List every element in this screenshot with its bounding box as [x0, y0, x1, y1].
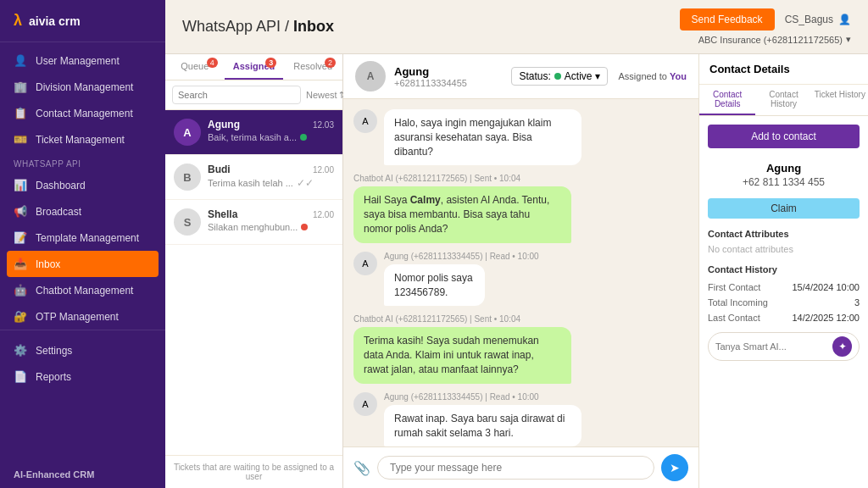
assigned-label: Assigned to	[618, 71, 666, 81]
chat-header-right: Status: Active ▾ Assigned to You	[511, 67, 687, 86]
otp-icon: 🔐	[14, 310, 27, 323]
sidebar-item-contact-management[interactable]: 📋 Contact Management	[0, 100, 165, 126]
sidebar-item-inbox[interactable]: 📥 Inbox	[7, 251, 159, 277]
tanya-input-field[interactable]	[715, 341, 832, 352]
queue-badge: 4	[207, 58, 218, 68]
message-bubble: Rawat inap. Saya baru saja dirawat di ru…	[384, 405, 581, 446]
send-message-button[interactable]: ➤	[661, 454, 688, 481]
conv-time: 12.00	[313, 165, 334, 175]
chat-input-area: 📎 ➤	[343, 446, 698, 488]
tab-contact-details[interactable]: Contact Details	[699, 85, 755, 115]
message-row: A Agung (+6281113334455) | Read • 10:00 …	[353, 392, 688, 446]
company-selector[interactable]: ABC Insurance (+6281121172565) ▾	[698, 34, 851, 45]
sidebar-item-reports[interactable]: 📄 Reports	[0, 363, 165, 390]
tab-queue[interactable]: Queue 4	[165, 54, 225, 80]
sidebar-label: Template Management	[36, 232, 139, 244]
history-value: 14/2/2025 12:00	[792, 313, 860, 323]
sidebar-logo: λ aivia crm	[0, 0, 165, 42]
history-row: Total Incoming 3	[708, 295, 860, 310]
message-input[interactable]	[377, 456, 654, 480]
sidebar-item-user-management[interactable]: 👤 User Management	[0, 47, 165, 74]
status-badge[interactable]: Status: Active ▾	[511, 67, 608, 86]
sidebar-label: Broadcast	[36, 206, 81, 218]
history-value: 3	[854, 297, 860, 308]
settings-icon: ⚙️	[14, 344, 27, 357]
add-contact-button[interactable]: Add to contact	[708, 125, 860, 148]
conv-preview: Silakan menghubun...	[208, 222, 334, 232]
attach-button[interactable]: 📎	[353, 460, 370, 476]
division-icon: 🏢	[14, 80, 27, 93]
sidebar-item-dashboard[interactable]: 📊 Dashboard	[0, 172, 165, 198]
tanya-ai-input[interactable]: ✦	[708, 332, 860, 361]
sidebar-footer: AI-Enhanced CRM	[0, 461, 165, 488]
conversation-items: A Agung 12.03 Baik, terima kasih a...	[165, 110, 342, 455]
avatar: A	[174, 119, 201, 146]
history-label: First Contact	[708, 282, 760, 292]
tab-assigned[interactable]: Assigned 3	[225, 54, 284, 80]
sidebar-label: Dashboard	[36, 180, 86, 191]
claim-button[interactable]: Claim	[708, 198, 860, 219]
chat-header: A Agung +6281113334455 Status: Active ▾	[343, 54, 698, 99]
sidebar-label: Settings	[36, 345, 72, 357]
dashboard-icon: 📊	[14, 179, 27, 191]
assigned-badge: 3	[265, 58, 276, 68]
contact-phone: +6281113334455	[394, 78, 467, 88]
conv-name: Shella	[208, 208, 237, 220]
send-feedback-button[interactable]: Send Feedback	[680, 8, 775, 30]
sidebar: λ aivia crm 👤 User Management 🏢 Division…	[0, 0, 165, 488]
msg-meta: Chatbot AI (+6281121172565) | Sent • 10:…	[353, 314, 688, 324]
message-bubble: Hail Saya Calmy, asisten AI Anda. Tentu,…	[353, 186, 571, 242]
list-item[interactable]: A Agung 12.03 Baik, terima kasih a...	[165, 110, 342, 155]
conv-time: 12.00	[313, 210, 334, 219]
search-input[interactable]	[172, 86, 301, 104]
logo-text: aivia crm	[29, 14, 81, 28]
breadcrumb-prefix: WhatsApp API /	[182, 18, 289, 35]
history-label: Last Contact	[708, 313, 760, 323]
sidebar-item-settings[interactable]: ⚙️ Settings	[0, 337, 165, 363]
sort-label: Newest	[306, 90, 337, 100]
company-name: ABC Insurance (+6281121172565)	[698, 35, 843, 45]
contact-panel-tabs: Contact Details Contact History Ticket H…	[699, 85, 868, 116]
sidebar-item-chatbot-management[interactable]: 🤖 Chatbot Management	[0, 277, 165, 303]
tab-ticket-history[interactable]: Ticket History	[812, 85, 868, 115]
avatar: B	[174, 164, 201, 191]
contact-name: Agung	[394, 65, 467, 78]
sidebar-item-template-management[interactable]: 📝 Template Management	[0, 225, 165, 251]
sort-button[interactable]: Newest ⇅	[306, 90, 347, 101]
sidebar-label: Ticket Management	[36, 134, 125, 146]
msg-avatar: A	[353, 252, 377, 275]
sidebar-item-otp-management[interactable]: 🔐 OTP Management	[0, 303, 165, 330]
sidebar-item-division-management[interactable]: 🏢 Division Management	[0, 74, 165, 100]
tab-resolved[interactable]: Resolved 2	[283, 54, 342, 80]
status-value: Active	[565, 70, 593, 82]
contact-card-name: Agung	[708, 162, 860, 175]
template-icon: 📝	[14, 231, 27, 244]
contact-card-phone: +62 811 1334 455	[708, 176, 860, 188]
no-attributes-text: No contact attributes	[708, 244, 860, 254]
tanya-send-button[interactable]: ✦	[832, 336, 852, 357]
inbox-icon: 📥	[14, 258, 27, 270]
user-icon: 👤	[14, 54, 27, 67]
chat-area: A Agung +6281113334455 Status: Active ▾	[343, 54, 698, 488]
history-row: First Contact 15/4/2024 10:00	[708, 280, 860, 295]
history-value: 15/4/2024 10:00	[792, 282, 860, 292]
conversation-list: Queue 4 Assigned 3 Resolved 2 New	[165, 54, 343, 488]
conv-info: Shella 12.00 Silakan menghubun...	[208, 208, 334, 232]
list-item[interactable]: S Shella 12.00 Silakan menghubun...	[165, 200, 342, 245]
assigned-to-badge: Assigned to You	[618, 71, 687, 81]
tab-contact-history[interactable]: Contact History	[755, 85, 811, 115]
sidebar-item-ticket-management[interactable]: 🎫 Ticket Management	[0, 126, 165, 152]
sidebar-label: Inbox	[36, 258, 60, 270]
history-row: Last Contact 14/2/2025 12:00	[708, 310, 860, 325]
sidebar-label: Contact Management	[36, 108, 133, 119]
contact-panel: Contact Details Contact Details Contact …	[698, 54, 868, 488]
list-item[interactable]: B Budi 12.00 Terima kasih telah ... ✓✓	[165, 155, 342, 200]
status-label: Status:	[519, 70, 550, 82]
history-label: Total Incoming	[708, 297, 768, 308]
msg-meta: Chatbot AI (+6281121172565) | Sent • 10:…	[353, 174, 688, 183]
chatbot-icon: 🤖	[14, 284, 27, 297]
sidebar-label: OTP Management	[36, 311, 119, 323]
main-header: WhatsApp API / Inbox Send Feedback CS_Ba…	[165, 0, 868, 54]
sidebar-item-broadcast[interactable]: 📢 Broadcast	[0, 198, 165, 225]
conv-footer-text: Tickets that are waiting to be assigned …	[165, 455, 342, 488]
